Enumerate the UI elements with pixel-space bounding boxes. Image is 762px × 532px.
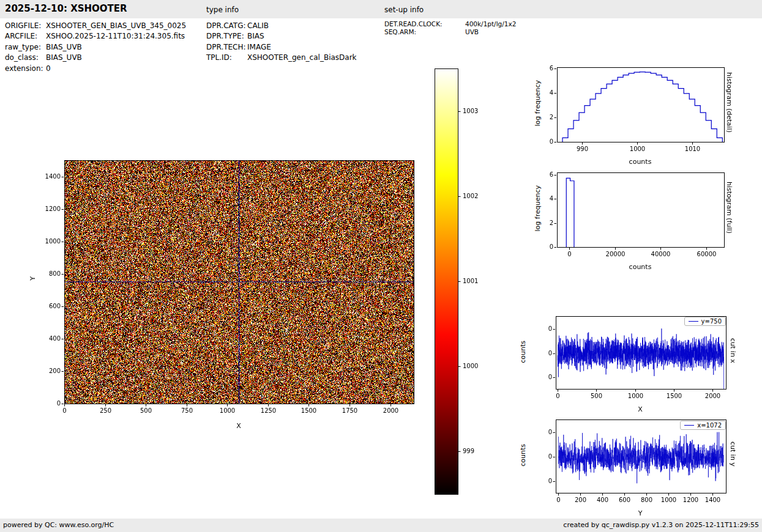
meta-label: DPR.TECH: (206, 42, 247, 53)
cut-y-legend-label: x=1072 (697, 422, 722, 429)
cut-x-legend-label: y=750 (701, 318, 722, 325)
type-info-block: DPR.CATG:CALIBDPR.TYPE:BIASDPR.TECH:IMAG… (206, 21, 357, 64)
cut-y-legend: x=1072 (680, 421, 726, 430)
file-info-block: ORIGFILE:XSHOOTER_GEN_BIAS_UVB_345_0025A… (5, 21, 186, 74)
meta-label: TPL.ID: (206, 53, 247, 63)
meta-row: TPL.ID:XSHOOTER_gen_cal_BiasDark (206, 53, 357, 63)
hist-full-xaxis-label: counts (622, 263, 659, 271)
cut-x-legend: y=750 (684, 317, 726, 326)
meta-row: ORIGFILE:XSHOOTER_GEN_BIAS_UVB_345_0025 (5, 21, 186, 31)
histogram-detail-plot (548, 61, 730, 164)
cut-y-yaxis-label: counts (519, 444, 527, 467)
meta-label: do_class: (5, 53, 46, 63)
cut-y-xaxis-label: Y (628, 509, 652, 517)
hist-detail-xaxis-label: counts (622, 158, 659, 166)
cut-x-xaxis-label: X (628, 405, 652, 413)
meta-label: extension: (5, 64, 46, 74)
meta-value: BIAS (247, 31, 264, 42)
legend-line-icon (684, 425, 694, 426)
meta-row: SEQ.ARM:UVB (384, 28, 516, 36)
meta-label: raw_type: (5, 42, 46, 53)
meta-value: UVB (465, 28, 479, 36)
meta-value: XSHOO.2025-12-11T10:31:24.305.fits (46, 31, 185, 42)
colorbar (430, 64, 479, 501)
meta-row: DET.READ.CLOCK:400k/1pt/lg/1x2 (384, 20, 516, 28)
legend-line-icon (689, 321, 698, 322)
meta-value: XSHOOTER_GEN_BIAS_UVB_345_0025 (46, 21, 186, 31)
histogram-full-plot (548, 166, 730, 269)
setup-info-block: DET.READ.CLOCK:400k/1pt/lg/1x2SEQ.ARM:UV… (384, 20, 516, 36)
meta-row: raw_type:BIAS_UVB (5, 42, 186, 53)
cut-x-side-label: cut in x (729, 338, 737, 363)
type-info-heading: type info (206, 6, 239, 14)
meta-value: 400k/1pt/lg/1x2 (465, 20, 516, 28)
setup-info-heading: set-up info (384, 6, 424, 14)
meta-row: ARCFILE:XSHOO.2025-12-11T10:31:24.305.fi… (5, 31, 186, 42)
meta-label: DET.READ.CLOCK: (384, 20, 465, 28)
meta-label: ORIGFILE: (5, 21, 46, 31)
meta-row: do_class:BIAS_UVB (5, 53, 186, 63)
meta-row: DPR.TECH:IMAGE (206, 42, 357, 53)
meta-label: SEQ.ARM: (384, 28, 465, 36)
meta-label: DPR.CATG: (206, 21, 247, 31)
meta-row: DPR.TYPE:BIAS (206, 31, 357, 42)
cut-x-yaxis-label: counts (519, 341, 527, 363)
page-title: 2025-12-10: XSHOOTER (5, 3, 127, 14)
meta-label: DPR.TYPE: (206, 31, 247, 42)
meta-label: ARCFILE: (5, 31, 46, 42)
meta-value: CALIB (247, 21, 269, 31)
cut-y-side-label: cut in y (729, 441, 737, 467)
meta-value: 0 (46, 64, 51, 74)
hist-detail-side-label: histogram (detail) (725, 72, 733, 133)
footer-powered-by: powered by QC: www.eso.org/HC (3, 521, 114, 529)
meta-value: XSHOOTER_gen_cal_BiasDark (247, 53, 357, 63)
footer-created-by: created by qc_rawdisp.py v1.2.3 on 2025-… (563, 521, 759, 529)
hist-full-yaxis-label: log frequency (534, 185, 542, 231)
hist-detail-yaxis-label: log frequency (534, 80, 542, 126)
meta-value: BIAS_UVB (46, 42, 82, 53)
meta-row: extension:0 (5, 64, 186, 74)
meta-value: BIAS_UVB (46, 53, 82, 63)
main-xaxis-label: X (226, 422, 251, 430)
meta-value: IMAGE (247, 42, 271, 53)
bias-image-plot (24, 150, 428, 437)
main-yaxis-label: Y (29, 276, 37, 281)
hist-full-side-label: histogram (full) (725, 182, 733, 234)
meta-row: DPR.CATG:CALIB (206, 21, 357, 31)
